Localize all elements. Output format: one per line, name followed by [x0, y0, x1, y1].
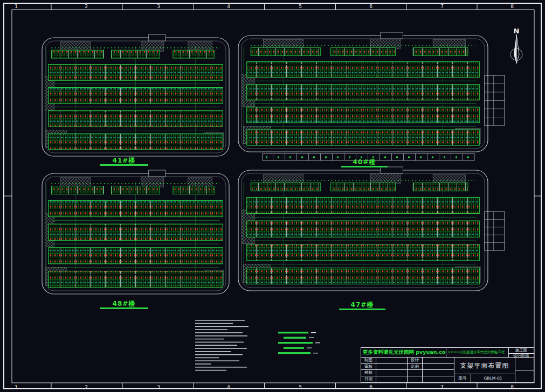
building-41-plan — [42, 34, 229, 156]
panel-array-row — [49, 87, 223, 103]
panel-array-row-short — [251, 183, 321, 191]
panel-array-row — [247, 62, 480, 78]
sheet-row: 图号 GBLM-01 — [454, 374, 515, 382]
hatched-core — [370, 174, 401, 184]
panel-array-row-short — [173, 50, 214, 58]
tb-blank-cell — [515, 370, 534, 383]
roof-access-bump — [149, 170, 165, 177]
panel-array-row-short — [173, 186, 214, 194]
tb-blank-cell — [408, 370, 423, 376]
panel-array-row — [49, 271, 223, 287]
tb-blank-cell — [423, 370, 454, 376]
panel-array-row-short — [51, 186, 104, 194]
tb-blank-cell — [376, 364, 408, 370]
cad-drawing-layer — [0, 0, 545, 392]
panel-array-row — [49, 110, 223, 127]
ruler-number-bottom: 7 — [440, 384, 444, 390]
panel-array-row — [49, 224, 223, 240]
panel-array-row — [247, 130, 480, 145]
hatched-core — [141, 41, 164, 52]
ruler-number-top: 7 — [440, 4, 444, 9]
ruler-number-bottom: 3 — [157, 384, 160, 390]
ruler-number-top: 2 — [85, 4, 88, 9]
title-block-form: 制图 设计 审核 比例 校核 日期 — [361, 358, 454, 382]
ruler-number-top: 1 — [15, 4, 18, 9]
stage-cells: 施工图 设计阶段 — [509, 348, 534, 357]
ruler-number-bottom: 2 — [85, 384, 88, 390]
panel-array-row-short — [111, 50, 160, 58]
ruler-number-bottom: 8 — [510, 384, 514, 390]
ruler-number-bottom: 4 — [227, 384, 230, 390]
panel-array-row — [49, 134, 223, 150]
sheet-number-label: 图号 — [454, 374, 471, 382]
building-47-plan — [238, 167, 488, 291]
building-40-plan — [238, 32, 488, 160]
ruler-number-top: 8 — [510, 4, 514, 9]
tb-blank-cell — [376, 370, 408, 376]
ruler-number-bottom: 5 — [299, 384, 302, 390]
title-block-top-strip: 更多资料请见光伏园网 pvyuan.com ××××小区屋顶分布式光伏发电工程 … — [361, 348, 534, 358]
building-label-underline — [339, 309, 385, 310]
tb-blank-cell — [423, 376, 454, 383]
tb-blank-cell — [423, 364, 454, 370]
panel-array-row — [49, 65, 223, 81]
building-48-plan — [42, 170, 229, 294]
panel-array-row-short — [413, 183, 468, 191]
panel-array-row — [247, 244, 480, 261]
tb-label-date: 日期 — [361, 376, 376, 383]
tb-blank-cell — [376, 358, 408, 364]
tb-blank-cell — [376, 376, 408, 383]
cad-canvas: N 更多资料请见光伏园网 pvyuan.com ××××小区屋顶分布式光伏发电工… — [0, 0, 545, 392]
tb-label-draughtsman: 制图 — [361, 358, 376, 364]
title-block-mid: 支架平面布置图 图号 GBLM-01 — [454, 358, 515, 382]
panel-array-row — [247, 268, 480, 284]
tb-label-designer: 设计 — [408, 358, 423, 364]
stage-top: 施工图 — [509, 348, 534, 354]
panel-array-row-short — [413, 48, 468, 56]
tb-label-reviewer: 审核 — [361, 364, 376, 370]
hatched-core — [370, 39, 401, 48]
ruler-number-top: 3 — [157, 4, 160, 9]
roof-access-bump — [381, 167, 403, 173]
building-label-underline — [341, 166, 388, 167]
ruler-number-top: 5 — [299, 4, 302, 9]
drawing-frame — [4, 3, 541, 389]
tb-blank-cell — [515, 358, 534, 370]
ruler-number-top: 4 — [227, 4, 230, 9]
panel-array-row-short — [51, 50, 104, 58]
building-label-underline — [100, 307, 148, 309]
north-label: N — [514, 27, 520, 35]
panel-array-row-short — [330, 183, 395, 191]
notes-text-lines — [195, 320, 249, 370]
tb-blank-cell — [423, 358, 454, 364]
ruler-number-top: 6 — [369, 4, 372, 9]
title-block: 更多资料请见光伏园网 pvyuan.com ××××小区屋顶分布式光伏发电工程 … — [361, 347, 534, 383]
building-label-underline — [100, 164, 148, 166]
panel-array-row-short — [330, 48, 395, 56]
panel-array-row — [247, 197, 480, 213]
tb-label-checker: 校核 — [361, 370, 376, 376]
panel-array-row — [49, 200, 223, 216]
project-name: ××××小区屋顶分布式光伏发电工程 — [446, 348, 509, 357]
title-block-right — [515, 358, 534, 382]
north-arrow — [510, 34, 522, 64]
title-block-body: 制图 设计 审核 比例 校核 日期 支架平面布置图 图号 — [361, 358, 534, 382]
panel-array-row-short — [111, 186, 160, 194]
tb-label-scale: 比例 — [408, 364, 423, 370]
watermark-text: 更多资料请见光伏园网 pvyuan.com — [361, 348, 446, 357]
panel-array-row — [49, 248, 223, 264]
drawing-title: 支架平面布置图 — [454, 358, 515, 374]
ruler-number-bottom: 1 — [15, 384, 18, 390]
tb-blank-cell — [408, 376, 423, 383]
panel-array-row — [247, 221, 480, 237]
sheet-number-value: GBLM-01 — [471, 374, 515, 382]
roof-access-bump — [381, 32, 403, 39]
hatched-core — [141, 177, 164, 187]
panel-array-row-short — [251, 48, 321, 56]
panel-array-row — [247, 107, 480, 123]
ruler-number-bottom: 6 — [369, 384, 372, 390]
panel-array-row — [247, 85, 480, 100]
roof-access-bump — [149, 34, 165, 41]
legend-bars — [278, 332, 320, 354]
